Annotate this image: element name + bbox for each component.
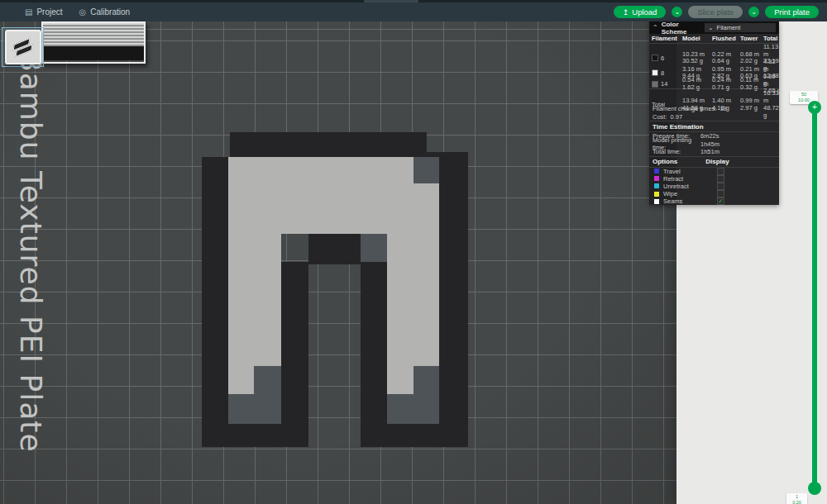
travel-checkbox[interactable]: [717, 168, 724, 175]
bambu-logo-icon: [12, 37, 34, 57]
unretract-checkbox[interactable]: [717, 183, 724, 190]
tab-project[interactable]: ▤ Project: [17, 2, 71, 21]
bambu-studio-preview-screen: ▤ Project ◎ Calibration ↥ Upload ⌄ Slice…: [0, 0, 827, 504]
filament-swatch: [652, 55, 658, 61]
plate-marker-sticker: [41, 21, 146, 64]
chevron-down-icon: ⌄: [675, 9, 681, 16]
retract-checkbox[interactable]: [717, 175, 724, 183]
upload-button[interactable]: ↥ Upload: [614, 6, 667, 18]
sticker-dark-band: [43, 46, 144, 60]
color-scheme-panel: ⌃ Color Scheme ⌄ Filament Filament Model…: [649, 21, 779, 205]
cost-line: Cost:0.97: [649, 112, 779, 121]
model-printing-time-row: Model printing time: 1h45m: [649, 140, 779, 149]
color-scheme-dropdown[interactable]: ⌄ Filament: [705, 23, 776, 32]
viewport-3d[interactable]: Bambu Textured PEI Plate: [0, 21, 827, 504]
sticker-stripes: [43, 23, 144, 46]
check-icon: ✓: [718, 198, 724, 205]
slice-plate-button[interactable]: Slice plate: [688, 6, 743, 18]
project-board-icon: ▤: [25, 7, 32, 17]
dropdown-caret-icon: ⌄: [708, 24, 713, 31]
dropdown-value: Filament: [717, 24, 741, 31]
tab-calibration-label: Calibration: [90, 7, 130, 17]
slice-options-dropdown[interactable]: ⌄: [672, 7, 682, 17]
filament-table-header: Filament Model Flushed Tower Total: [649, 34, 779, 44]
seams-color-swatch: [654, 199, 659, 204]
layer-slider-bottom-label: 1 0.20: [786, 493, 807, 504]
tab-project-label: Project: [36, 7, 62, 17]
option-travel: Travel: [649, 168, 779, 175]
plate-logo-selection-box[interactable]: [2, 27, 44, 67]
filament-swatch: [652, 81, 658, 88]
wipe-color-swatch: [654, 192, 659, 197]
panel-header: ⌃ Color Scheme ⌄ Filament: [649, 21, 779, 34]
upload-icon: ↥: [623, 8, 629, 17]
unretract-color-swatch: [654, 183, 659, 188]
calibration-icon: ◎: [79, 7, 87, 17]
option-unretract: Unretract: [649, 183, 779, 190]
panel-title: Color Scheme: [662, 21, 702, 36]
wipe-checkbox[interactable]: [717, 190, 724, 197]
build-plate[interactable]: Bambu Textured PEI Plate: [0, 21, 676, 504]
chevron-down-icon: ⌄: [751, 9, 757, 16]
plus-icon: +: [812, 102, 817, 112]
time-estimation-title: Time Estimation: [649, 121, 779, 132]
plate-name-text: Bambu Textured PEI Plate: [14, 51, 48, 453]
filament-row: 6 10.23 m30.52 g 0.22 m0.64 g 0.68 m2.02…: [649, 44, 779, 59]
layer-slider-track[interactable]: [811, 107, 818, 489]
menubar: ▤ Project ◎ Calibration ↥ Upload ⌄ Slice…: [0, 2, 827, 21]
plate-logo-tile: [5, 30, 41, 64]
retract-color-swatch: [654, 176, 659, 181]
collapse-caret-icon[interactable]: ⌃: [653, 24, 658, 31]
filament-swatch: [652, 69, 658, 76]
option-seams: Seams ✓: [649, 197, 779, 205]
seams-checkbox[interactable]: ✓: [717, 197, 724, 205]
option-wipe: Wipe: [649, 190, 779, 197]
layer-slider-top-handle[interactable]: +: [808, 101, 821, 114]
option-retract: Retract: [649, 175, 779, 183]
action-buttons: ↥ Upload ⌄ Slice plate ⌄ Print plate: [614, 6, 819, 18]
print-options-dropdown[interactable]: ⌄: [748, 7, 759, 17]
layer-slider-bottom-handle[interactable]: [808, 482, 821, 495]
print-plate-button[interactable]: Print plate: [765, 6, 819, 18]
options-header: Options Display: [649, 156, 779, 168]
travel-color-swatch: [654, 169, 659, 174]
tab-calibration[interactable]: ◎ Calibration: [71, 2, 139, 21]
total-time-row: Total time: 1h51m: [649, 148, 779, 156]
